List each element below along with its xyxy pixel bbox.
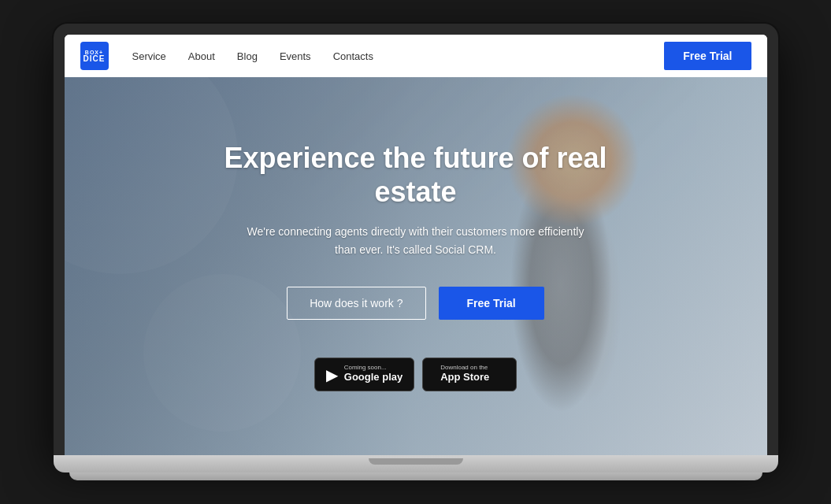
app-store-badge[interactable]: Download on the App Store: [422, 358, 517, 391]
logo-line2: DICE: [83, 55, 106, 63]
navigation: BOX+ DICE Service About Blog Events Cont…: [65, 35, 767, 77]
how-it-works-button[interactable]: How does it work ?: [287, 287, 425, 320]
hero-section: Experience the future of real estate We'…: [65, 77, 767, 455]
hero-free-trial-button[interactable]: Free Trial: [439, 287, 544, 320]
nav-item-service[interactable]: Service: [132, 49, 166, 63]
laptop-bezel: BOX+ DICE Service About Blog Events Cont…: [54, 24, 778, 455]
app-badges: ▶ Coming soon... Google play Download on…: [187, 358, 644, 391]
google-play-large: Google play: [344, 371, 403, 384]
nav-links: Service About Blog Events Contacts: [132, 49, 665, 63]
nav-free-trial-button[interactable]: Free Trial: [664, 42, 751, 70]
laptop-bottom: [69, 472, 762, 480]
nav-item-about[interactable]: About: [188, 49, 215, 63]
hero-content: Experience the future of real estate We'…: [172, 141, 660, 391]
laptop-container: BOX+ DICE Service About Blog Events Cont…: [54, 24, 778, 480]
nav-item-blog[interactable]: Blog: [237, 49, 258, 63]
google-play-badge[interactable]: ▶ Coming soon... Google play: [314, 358, 414, 391]
google-play-text: Coming soon... Google play: [344, 365, 403, 384]
app-store-large: App Store: [440, 371, 489, 384]
google-play-icon: ▶: [326, 365, 338, 384]
nav-item-events[interactable]: Events: [280, 49, 311, 63]
nav-link-blog[interactable]: Blog: [237, 50, 258, 62]
app-store-text: Download on the App Store: [440, 365, 489, 384]
nav-link-about[interactable]: About: [188, 50, 215, 62]
nav-link-contacts[interactable]: Contacts: [333, 50, 373, 62]
hero-subtitle: We're connecting agents directly with th…: [243, 223, 589, 258]
app-store-small: Download on the: [440, 365, 489, 371]
nav-item-contacts[interactable]: Contacts: [333, 49, 373, 63]
nav-link-events[interactable]: Events: [280, 50, 311, 62]
logo: BOX+ DICE: [80, 42, 109, 70]
google-play-small: Coming soon...: [344, 365, 403, 371]
nav-link-service[interactable]: Service: [132, 50, 166, 62]
hero-title: Experience the future of real estate: [187, 141, 644, 209]
laptop-base: [54, 455, 778, 472]
laptop-screen: BOX+ DICE Service About Blog Events Cont…: [65, 35, 767, 455]
hero-buttons: How does it work ? Free Trial: [187, 287, 644, 320]
